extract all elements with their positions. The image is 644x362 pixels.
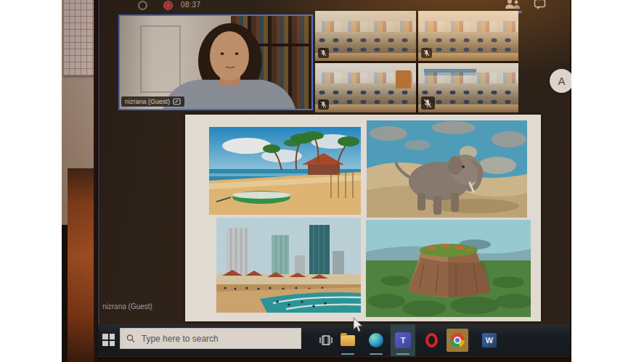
recording-indicator-icon — [163, 1, 173, 10]
search-icon — [126, 334, 135, 343]
speaker-name-label: nizrana (Guest) — [121, 96, 184, 107]
speaker-name-text: nizrana (Guest) — [125, 98, 170, 105]
mic-muted-icon — [318, 99, 329, 110]
classroom-desks — [315, 53, 416, 61]
windows-taskbar: T W — [98, 324, 570, 356]
mic-muted-icon — [421, 96, 435, 110]
search-input[interactable] — [140, 333, 295, 345]
photo-frame: 08:37 — [0, 0, 644, 362]
classroom-wall-posters — [418, 73, 519, 83]
classroom-desks — [315, 104, 416, 112]
classroom-video-tile[interactable] — [418, 63, 519, 113]
photo-sigiriya-rock — [366, 220, 531, 317]
mic-muted-icon — [421, 48, 432, 58]
classroom-wall-posters — [315, 21, 416, 32]
word-icon[interactable]: W — [481, 332, 497, 348]
classroom-students — [418, 36, 519, 54]
teams-icon[interactable]: T — [391, 324, 415, 356]
speaker-person — [120, 16, 311, 109]
classroom-cabinet — [396, 70, 411, 89]
classroom-video-tile[interactable] — [315, 11, 416, 61]
taskbar-search[interactable] — [120, 328, 301, 349]
chrome-icon[interactable] — [447, 329, 468, 352]
classroom-wall-posters — [418, 21, 519, 32]
meeting-ring-icon[interactable] — [138, 1, 147, 10]
file-explorer-icon[interactable] — [340, 332, 356, 348]
start-button[interactable] — [102, 334, 115, 346]
running-underline — [341, 353, 354, 355]
running-underline — [370, 353, 383, 355]
laptop-photo-scene: 08:37 — [62, 0, 571, 362]
avatar-initial: A — [558, 75, 565, 87]
laptop-screen: 08:37 — [98, 0, 570, 357]
speaker-video-tile[interactable]: nizrana (Guest) — [118, 15, 313, 110]
pin-icon — [173, 98, 181, 105]
edge-icon[interactable] — [368, 332, 384, 348]
photo-baby-elephant — [367, 120, 527, 218]
classroom-students — [315, 88, 416, 107]
share-presenter-label: nizrana (Guest) — [102, 303, 152, 310]
task-view-icon[interactable] — [318, 332, 334, 348]
mic-muted-icon — [318, 48, 329, 58]
classroom-video-grid — [315, 11, 518, 112]
meeting-timer: 08:37 — [181, 1, 201, 9]
participant-avatar[interactable]: A — [550, 69, 571, 93]
classroom-desks — [418, 53, 519, 61]
photo-colombo-seafront — [216, 218, 361, 313]
classroom-students — [315, 36, 416, 54]
shared-screen-content — [185, 115, 541, 321]
opera-icon[interactable] — [423, 332, 439, 348]
photo-sri-lanka-beach — [209, 127, 361, 215]
chat-icon[interactable] — [534, 0, 547, 13]
running-underline — [396, 353, 409, 355]
wall-calendar — [63, 0, 97, 75]
classroom-video-tile[interactable] — [418, 11, 519, 61]
mouse-cursor — [353, 318, 363, 332]
classroom-video-tile[interactable] — [315, 63, 416, 113]
